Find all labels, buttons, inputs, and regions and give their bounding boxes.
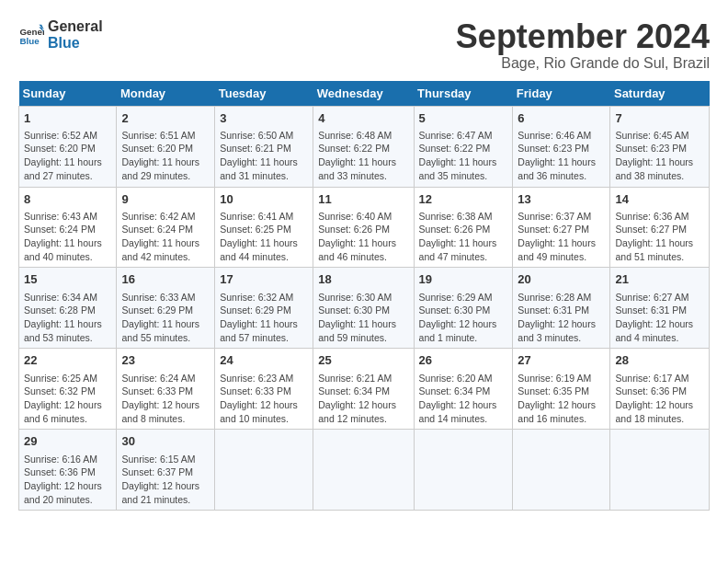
calendar-cell: 7Sunrise: 6:45 AMSunset: 6:23 PMDaylight… xyxy=(610,106,710,187)
cell-info: Sunset: 6:26 PM xyxy=(419,223,508,236)
cell-info: Daylight: 11 hours and 46 minutes. xyxy=(318,236,408,263)
cell-info: Sunset: 6:24 PM xyxy=(121,223,210,236)
cell-info: Daylight: 11 hours and 59 minutes. xyxy=(318,317,408,344)
calendar-header-row: SundayMondayTuesdayWednesdayThursdayFrid… xyxy=(19,81,710,107)
cell-info: Daylight: 12 hours and 16 minutes. xyxy=(518,398,605,425)
cell-info: Daylight: 11 hours and 36 minutes. xyxy=(518,155,605,182)
cell-info: Sunrise: 6:17 AM xyxy=(615,372,704,385)
header: General Blue General Blue September 2024… xyxy=(18,18,710,72)
cell-info: Sunrise: 6:20 AM xyxy=(419,372,508,385)
header-monday: Monday xyxy=(117,81,215,107)
calendar-cell: 10Sunrise: 6:41 AMSunset: 6:25 PMDayligh… xyxy=(215,187,313,268)
logo: General Blue General Blue xyxy=(18,18,103,51)
cell-info: Sunset: 6:21 PM xyxy=(220,142,308,155)
cell-info: Sunset: 6:23 PM xyxy=(615,142,704,155)
calendar-cell xyxy=(215,430,313,511)
cell-info: Sunrise: 6:15 AM xyxy=(121,453,210,466)
logo-icon: General Blue xyxy=(18,22,44,48)
day-number: 22 xyxy=(24,352,111,369)
logo-line1: General xyxy=(48,18,103,35)
cell-info: Sunset: 6:28 PM xyxy=(24,304,111,317)
cell-info: Sunrise: 6:47 AM xyxy=(419,129,508,143)
cell-info: Daylight: 11 hours and 44 minutes. xyxy=(220,236,308,263)
cell-info: Sunset: 6:30 PM xyxy=(419,304,508,317)
calendar-cell: 17Sunrise: 6:32 AMSunset: 6:29 PMDayligh… xyxy=(215,268,313,349)
cell-info: Sunrise: 6:25 AM xyxy=(24,372,111,385)
calendar-cell: 1Sunrise: 6:52 AMSunset: 6:20 PMDaylight… xyxy=(19,106,117,187)
cell-info: Sunset: 6:25 PM xyxy=(220,223,308,236)
day-number: 10 xyxy=(220,191,308,208)
cell-info: Sunset: 6:33 PM xyxy=(121,385,210,398)
calendar-cell: 8Sunrise: 6:43 AMSunset: 6:24 PMDaylight… xyxy=(19,187,117,268)
header-wednesday: Wednesday xyxy=(313,81,414,107)
calendar-week-5: 29Sunrise: 6:16 AMSunset: 6:36 PMDayligh… xyxy=(19,430,710,511)
calendar-cell: 2Sunrise: 6:51 AMSunset: 6:20 PMDaylight… xyxy=(117,106,215,187)
day-number: 27 xyxy=(518,352,605,369)
cell-info: Sunset: 6:35 PM xyxy=(518,385,605,398)
cell-info: Sunrise: 6:38 AM xyxy=(419,210,508,224)
cell-info: Sunset: 6:27 PM xyxy=(518,223,605,236)
day-number: 12 xyxy=(419,191,508,208)
calendar-cell: 3Sunrise: 6:50 AMSunset: 6:21 PMDaylight… xyxy=(215,106,313,187)
cell-info: Sunrise: 6:42 AM xyxy=(121,210,210,224)
calendar-cell xyxy=(313,430,414,511)
day-number: 26 xyxy=(419,352,508,369)
cell-info: Sunrise: 6:43 AM xyxy=(24,210,111,224)
calendar-cell: 20Sunrise: 6:28 AMSunset: 6:31 PMDayligh… xyxy=(513,268,610,349)
calendar-week-1: 1Sunrise: 6:52 AMSunset: 6:20 PMDaylight… xyxy=(19,106,710,187)
cell-info: Sunset: 6:24 PM xyxy=(24,223,111,236)
cell-info: Daylight: 11 hours and 47 minutes. xyxy=(419,236,508,263)
cell-info: Sunset: 6:20 PM xyxy=(24,142,111,155)
day-number: 6 xyxy=(518,110,605,127)
day-number: 5 xyxy=(419,110,508,127)
calendar-cell: 28Sunrise: 6:17 AMSunset: 6:36 PMDayligh… xyxy=(610,349,710,430)
day-number: 14 xyxy=(615,191,704,208)
day-number: 21 xyxy=(615,271,704,288)
day-number: 18 xyxy=(318,271,408,288)
cell-info: Daylight: 12 hours and 14 minutes. xyxy=(419,398,508,425)
cell-info: Sunrise: 6:36 AM xyxy=(615,210,704,224)
calendar-cell: 23Sunrise: 6:24 AMSunset: 6:33 PMDayligh… xyxy=(117,349,215,430)
cell-info: Daylight: 12 hours and 10 minutes. xyxy=(220,398,308,425)
cell-info: Daylight: 11 hours and 38 minutes. xyxy=(615,155,704,182)
calendar-cell: 4Sunrise: 6:48 AMSunset: 6:22 PMDaylight… xyxy=(313,106,414,187)
calendar-cell: 12Sunrise: 6:38 AMSunset: 6:26 PMDayligh… xyxy=(414,187,513,268)
cell-info: Sunset: 6:34 PM xyxy=(318,385,408,398)
cell-info: Sunrise: 6:41 AM xyxy=(220,210,308,224)
calendar-cell: 27Sunrise: 6:19 AMSunset: 6:35 PMDayligh… xyxy=(513,349,610,430)
cell-info: Daylight: 11 hours and 33 minutes. xyxy=(318,155,408,182)
calendar-cell: 5Sunrise: 6:47 AMSunset: 6:22 PMDaylight… xyxy=(414,106,513,187)
day-number: 24 xyxy=(220,352,308,369)
cell-info: Daylight: 12 hours and 21 minutes. xyxy=(121,479,210,506)
header-sunday: Sunday xyxy=(19,81,117,107)
cell-info: Daylight: 12 hours and 20 minutes. xyxy=(24,479,111,506)
calendar-cell: 14Sunrise: 6:36 AMSunset: 6:27 PMDayligh… xyxy=(610,187,710,268)
cell-info: Sunset: 6:33 PM xyxy=(220,385,308,398)
header-saturday: Saturday xyxy=(610,81,710,107)
calendar-cell: 29Sunrise: 6:16 AMSunset: 6:36 PMDayligh… xyxy=(19,430,117,511)
cell-info: Sunrise: 6:37 AM xyxy=(518,210,605,224)
day-number: 25 xyxy=(318,352,408,369)
cell-info: Sunrise: 6:16 AM xyxy=(24,453,111,466)
month-title: September 2024 xyxy=(456,18,710,55)
day-number: 19 xyxy=(419,271,508,288)
cell-info: Sunrise: 6:40 AM xyxy=(318,210,408,224)
calendar-cell: 30Sunrise: 6:15 AMSunset: 6:37 PMDayligh… xyxy=(117,430,215,511)
cell-info: Sunset: 6:23 PM xyxy=(518,142,605,155)
header-tuesday: Tuesday xyxy=(215,81,313,107)
cell-info: Daylight: 11 hours and 40 minutes. xyxy=(24,236,111,263)
calendar-cell: 11Sunrise: 6:40 AMSunset: 6:26 PMDayligh… xyxy=(313,187,414,268)
day-number: 9 xyxy=(121,191,210,208)
calendar-cell: 16Sunrise: 6:33 AMSunset: 6:29 PMDayligh… xyxy=(117,268,215,349)
cell-info: Sunrise: 6:51 AM xyxy=(121,129,210,143)
cell-info: Sunrise: 6:28 AM xyxy=(518,291,605,304)
calendar-cell: 26Sunrise: 6:20 AMSunset: 6:34 PMDayligh… xyxy=(414,349,513,430)
calendar-cell: 18Sunrise: 6:30 AMSunset: 6:30 PMDayligh… xyxy=(313,268,414,349)
cell-info: Sunrise: 6:23 AM xyxy=(220,372,308,385)
day-number: 17 xyxy=(220,271,308,288)
cell-info: Daylight: 12 hours and 3 minutes. xyxy=(518,317,605,344)
cell-info: Daylight: 12 hours and 6 minutes. xyxy=(24,398,111,425)
day-number: 29 xyxy=(24,433,111,450)
day-number: 28 xyxy=(615,352,704,369)
cell-info: Sunrise: 6:32 AM xyxy=(220,291,308,304)
